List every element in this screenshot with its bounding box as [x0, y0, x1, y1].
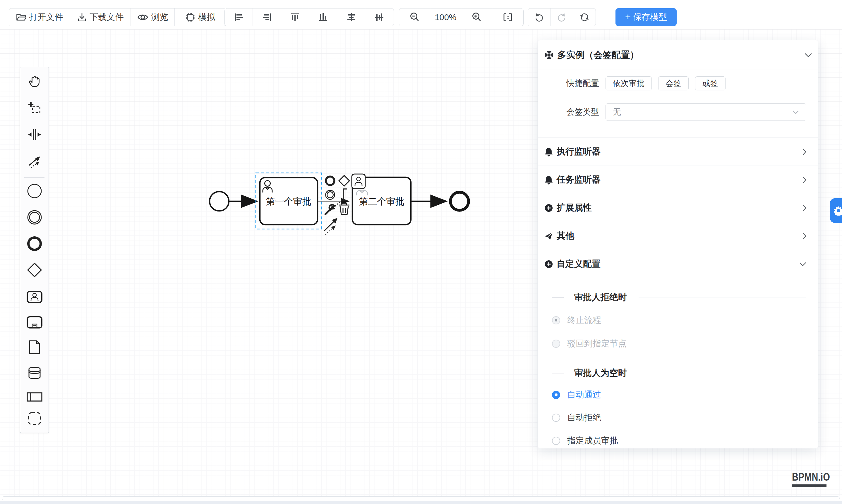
radio-label: 终止流程 — [567, 314, 601, 326]
section-other[interactable]: 其他 — [538, 222, 818, 250]
align-center-vertical-icon — [374, 13, 384, 22]
quick-config-sequential-label: 依次审批 — [613, 78, 645, 89]
bpmn-io-logo-text: BPMN.iO — [792, 472, 830, 484]
simulate-button[interactable]: 模拟 — [175, 8, 226, 26]
quick-config-orsign-button[interactable]: 或签 — [695, 76, 725, 90]
divider-line — [552, 297, 564, 298]
panel-header[interactable]: 多实例（会签配置） — [544, 40, 812, 70]
radio-auto-reject[interactable]: 自动拒绝 — [552, 412, 806, 424]
section-custom-config[interactable]: 自定义配置 — [538, 250, 818, 278]
create-data-store[interactable] — [27, 365, 43, 381]
align-right-button[interactable] — [253, 8, 281, 26]
download-file-button[interactable]: 下载文件 — [70, 8, 131, 26]
bell-icon — [544, 175, 553, 184]
bell-icon — [544, 147, 553, 157]
quick-config-sequential-button[interactable]: 依次审批 — [606, 76, 652, 90]
align-center-horizontal-button[interactable] — [337, 8, 365, 26]
element-palette — [20, 67, 49, 433]
multi-instance-icon — [544, 50, 554, 60]
zoom-level-display[interactable]: 100% — [430, 8, 461, 26]
radio-label: 自动通过 — [567, 389, 601, 401]
section-label: 其他 — [557, 230, 803, 242]
chevron-right-icon — [803, 176, 806, 183]
wrench-icon[interactable] — [326, 205, 334, 214]
zoom-level-value: 100% — [435, 13, 456, 22]
quick-config-countersign-button[interactable]: 会签 — [658, 76, 689, 90]
radio-terminate-process[interactable]: 终止流程 — [552, 314, 806, 326]
create-data-object[interactable] — [27, 339, 43, 355]
bpmn-io-watermark[interactable]: BPMN.iO — [792, 472, 830, 487]
create-start-event[interactable] — [27, 183, 43, 199]
align-top-button[interactable] — [281, 8, 309, 26]
create-user-task[interactable] — [27, 289, 43, 305]
plus-circle-icon — [544, 203, 553, 212]
space-tool-icon — [28, 128, 41, 141]
zoom-in-button[interactable] — [461, 8, 492, 26]
create-subprocess[interactable] — [27, 314, 43, 330]
append-end-event-icon[interactable] — [326, 177, 334, 185]
settings-tab[interactable] — [830, 198, 842, 223]
refresh-icon — [579, 12, 590, 22]
radio-label: 指定成员审批 — [567, 435, 618, 447]
fit-viewport-button[interactable] — [492, 8, 523, 26]
end-event-icon — [27, 236, 42, 251]
global-connect-tool[interactable] — [27, 153, 43, 170]
preview-label: 浏览 — [151, 12, 168, 23]
align-center-horizontal-icon — [347, 13, 356, 22]
chevron-down-icon[interactable] — [805, 53, 812, 57]
plus-icon: + — [625, 12, 631, 22]
align-left-button[interactable] — [225, 8, 253, 26]
section-task-listener[interactable]: 任务监听器 — [538, 166, 818, 194]
lasso-tool[interactable] — [27, 100, 43, 116]
zoom-out-button[interactable] — [399, 8, 430, 26]
align-center-vertical-button[interactable] — [365, 8, 393, 26]
redo-button[interactable] — [550, 8, 573, 26]
reject-section-title: 审批人拒绝时 — [552, 291, 806, 303]
gateway-icon — [27, 262, 42, 278]
create-participant[interactable] — [27, 389, 43, 405]
align-right-icon — [262, 13, 271, 22]
sign-type-label: 会签类型 — [538, 107, 599, 118]
section-label: 任务监听器 — [557, 174, 803, 186]
data-store-icon — [28, 366, 41, 380]
open-file-button[interactable]: 打开文件 — [9, 8, 70, 26]
space-tool[interactable] — [27, 126, 43, 143]
connect-tool-icon[interactable] — [324, 218, 337, 235]
paper-plane-icon — [544, 232, 553, 240]
undo-button[interactable] — [528, 8, 550, 26]
divider-line — [638, 373, 806, 373]
download-file-label: 下载文件 — [90, 12, 124, 23]
create-intermediate-event[interactable] — [27, 209, 43, 226]
open-file-label: 打开文件 — [29, 12, 63, 23]
create-gateway[interactable] — [27, 262, 43, 278]
start-event-node[interactable] — [210, 192, 229, 211]
section-execution-listener[interactable]: 执行监听器 — [538, 138, 818, 166]
chevron-right-icon — [803, 233, 806, 239]
append-user-task-icon[interactable] — [352, 174, 365, 189]
plus-circle-icon — [544, 260, 553, 269]
append-intermediate-event-icon[interactable] — [326, 191, 335, 199]
create-end-event[interactable] — [27, 235, 43, 252]
radio-auto-pass[interactable]: 自动通过 — [552, 389, 806, 401]
end-event-node[interactable] — [451, 192, 469, 210]
file-toolbar-group: 打开文件 下载文件 浏览 模拟 — [9, 8, 226, 26]
sign-type-select[interactable]: 无 — [606, 103, 806, 121]
radio-assign-member[interactable]: 指定成员审批 — [552, 435, 806, 447]
divider-line — [552, 373, 564, 373]
reject-section-title-text: 审批人拒绝时 — [574, 291, 627, 303]
start-event-icon — [27, 183, 42, 199]
save-model-button[interactable]: + 保存模型 — [615, 8, 677, 26]
align-bottom-button[interactable] — [309, 8, 337, 26]
panel-title: 多实例（会签配置） — [557, 49, 801, 61]
undo-icon — [534, 12, 544, 22]
hand-tool[interactable] — [27, 73, 43, 90]
horizontal-scrollbar-thumb[interactable] — [2, 497, 840, 500]
create-group[interactable] — [27, 410, 43, 427]
refresh-button[interactable] — [573, 8, 596, 26]
preview-button[interactable]: 浏览 — [131, 8, 175, 26]
trash-icon[interactable] — [339, 203, 349, 214]
section-extended-properties[interactable]: 扩展属性 — [538, 194, 818, 222]
fit-viewport-icon — [503, 12, 513, 22]
append-gateway-icon[interactable] — [339, 176, 349, 186]
radio-return-to-node[interactable]: 驳回到指定节点 — [552, 338, 806, 349]
